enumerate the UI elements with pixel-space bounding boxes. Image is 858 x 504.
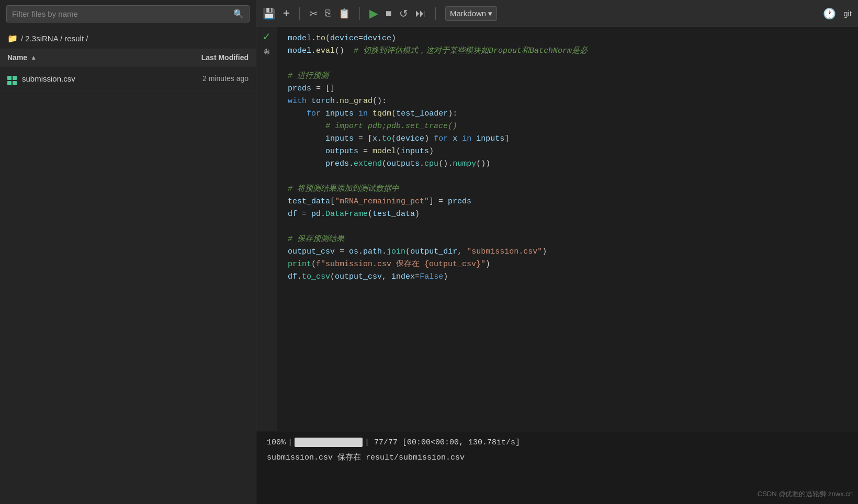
breadcrumb: 📁 / 2.3siRNA / result /	[0, 28, 256, 49]
execution-success-icon: ✓	[262, 30, 271, 43]
code-line-14: # 保存预测结果	[277, 233, 858, 246]
watermark: CSDN @优雅的逃轮狮 znwx.cn	[758, 489, 853, 499]
code-blank-3	[277, 221, 858, 233]
code-line-17: df.to_csv(output_csv, index=False)	[277, 271, 858, 283]
code-line-6: for inputs in tqdm(test_loader):	[277, 108, 858, 120]
stop-button[interactable]: ■	[386, 7, 392, 19]
file-list-header: Name ▲ Last Modified	[0, 49, 256, 66]
add-cell-button[interactable]: +	[283, 7, 290, 20]
progress-percent: 100%	[267, 438, 286, 447]
code-line-16: print(f"submission.csv 保存在 {output_csv}"…	[277, 258, 858, 271]
copy-button[interactable]: ⎘	[325, 8, 331, 19]
code-line-3: # 进行预测	[277, 70, 858, 83]
toolbar-separator-3	[435, 7, 436, 20]
search-icon: 🔍	[233, 9, 244, 19]
code-line-10: preds.extend(outputs.cpu().numpy())	[277, 158, 858, 170]
code-line-8: inputs = [x.to(device) for x in inputs]	[277, 133, 858, 145]
search-input[interactable]	[12, 9, 229, 18]
run-button[interactable]: ▶	[369, 7, 378, 20]
cut-button[interactable]: ✂	[309, 7, 318, 20]
folder-icon: 📁	[7, 33, 18, 43]
code-line-1: model.to(device=device)	[277, 32, 858, 45]
execution-count: 1	[265, 47, 268, 55]
fast-forward-button[interactable]: ⏭	[415, 7, 426, 19]
code-line-11: # 将预测结果添加到测试数据中	[277, 183, 858, 196]
clock-icon: 🕐	[823, 7, 836, 20]
paste-button[interactable]: 📋	[338, 8, 350, 19]
code-line-5: with torch.no_grad():	[277, 95, 858, 108]
code-line-9: outputs = model(inputs)	[277, 145, 858, 158]
code-line-13: df = pd.DataFrame(test_data)	[277, 208, 858, 221]
toolbar: 💾 + ✂ ⎘ 📋 ▶ ■ ↺ ⏭ Markdown ▾ 🕐 git	[256, 0, 858, 27]
cell-status-sidebar: ✓ 1 秒	[256, 27, 277, 431]
code-blank-1	[277, 58, 858, 70]
code-blank-2	[277, 170, 858, 183]
git-label: git	[843, 9, 852, 18]
sort-arrow-icon: ▲	[30, 54, 37, 61]
code-line-2: model.eval() # 切换到评估模式，这对于某些模块如Dropout和B…	[277, 45, 858, 58]
breadcrumb-path: / 2.3siRNA / result /	[21, 34, 88, 43]
kernel-mode-dropdown[interactable]: Markdown ▾	[445, 6, 497, 21]
code-line-4: preds = []	[277, 83, 858, 95]
code-content-wrapper: ✓ 1 秒 model.to(device=device) model.eval…	[256, 27, 858, 431]
code-line-15: output_csv = os.path.join(output_dir, "s…	[277, 246, 858, 258]
file-browser-panel: 🔍 📁 / 2.3siRNA / result / Name ▲ Last Mo…	[0, 0, 256, 504]
progress-bar-container: |	[288, 438, 292, 447]
file-name: submission.csv	[22, 74, 165, 83]
code-line-12: test_data["mRNA_remaining_pct"] = preds	[277, 196, 858, 208]
terminal-output-line: submission.csv 保存在 result/submission.csv	[267, 452, 848, 462]
search-input-wrapper[interactable]: 🔍	[6, 5, 250, 22]
restart-button[interactable]: ↺	[399, 7, 408, 20]
code-line-7: # import pdb;pdb.set_trace()	[277, 120, 858, 133]
progress-stats: | 77/77 [00:00<00:00, 130.78it/s]	[365, 438, 520, 447]
file-list: submission.csv 2 minutes ago	[0, 66, 256, 91]
toolbar-separator-2	[359, 7, 360, 20]
code-editor[interactable]: model.to(device=device) model.eval() # 切…	[277, 27, 858, 431]
file-item-submission-csv[interactable]: submission.csv 2 minutes ago	[0, 66, 256, 91]
file-modified-time: 2 minutes ago	[165, 74, 249, 83]
dropdown-arrow-icon: ▾	[488, 9, 492, 18]
progress-bar	[295, 438, 363, 447]
progress-line: 100% | | 77/77 [00:00<00:00, 130.78it/s]	[267, 438, 848, 447]
kernel-mode-label: Markdown	[450, 9, 486, 18]
search-bar: 🔍	[0, 0, 256, 28]
csv-file-icon	[7, 72, 17, 85]
toolbar-right: 🕐 git	[823, 7, 852, 20]
column-last-modified[interactable]: Last Modified	[165, 53, 249, 62]
editor-panel: 💾 + ✂ ⎘ 📋 ▶ ■ ↺ ⏭ Markdown ▾ 🕐 git ✓ 1 秒	[256, 0, 858, 504]
column-name[interactable]: Name ▲	[7, 53, 165, 62]
save-button[interactable]: 💾	[263, 7, 276, 20]
toolbar-separator-1	[299, 7, 300, 20]
